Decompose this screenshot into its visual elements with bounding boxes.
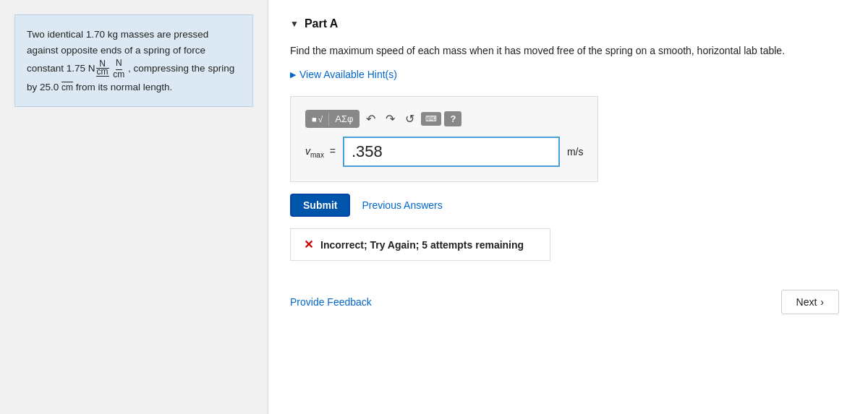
refresh-button[interactable]: ↺ [401, 111, 418, 127]
undo-button[interactable]: ↶ [362, 111, 379, 127]
redo-button[interactable]: ↷ [382, 111, 399, 127]
sigma-button[interactable]: ΑΣφ [332, 112, 356, 126]
answer-input[interactable]: .358 [343, 137, 560, 167]
part-header: ▼ Part A [290, 17, 839, 30]
unit-label: m/s [567, 146, 584, 158]
help-icon: ? [450, 113, 456, 124]
unit-cm: cm [61, 82, 73, 92]
submit-button[interactable]: Submit [290, 194, 350, 217]
next-label: Next [796, 296, 817, 308]
toolbar-divider [328, 113, 329, 126]
next-chevron-icon: › [820, 296, 824, 308]
max-subscript: max [310, 150, 324, 158]
submit-row: Submit Previous Answers [290, 194, 839, 217]
formula-button[interactable]: ■ √ [309, 113, 326, 126]
previous-answers-link[interactable]: Previous Answers [362, 199, 442, 211]
part-title: Part A [305, 17, 339, 30]
refresh-icon: ↺ [405, 113, 414, 125]
redo-icon: ↷ [386, 113, 395, 125]
feedback-link[interactable]: Provide Feedback [290, 296, 372, 308]
incorrect-message: Incorrect; Try Again; 5 attempts remaini… [320, 239, 524, 251]
input-row: vmax = .358 m/s [305, 137, 583, 167]
undo-icon: ↶ [366, 113, 375, 125]
equals-sign: = [327, 145, 336, 157]
next-button[interactable]: Next › [781, 290, 839, 314]
sqrt-icon: √ [318, 114, 323, 124]
toolbar-group: ■ √ ΑΣφ [305, 110, 359, 128]
prev-answers-label: Previous Answers [362, 199, 442, 211]
problem-text: Two identical 1.70 kg masses are pressed… [27, 29, 234, 92]
answer-container: ■ √ ΑΣφ ↶ ↷ ↺ ⌨ [290, 96, 598, 182]
feedback-label: Provide Feedback [290, 296, 372, 308]
collapse-arrow-icon[interactable]: ▼ [290, 19, 299, 29]
x-icon: ✕ [304, 238, 313, 251]
submit-label: Submit [303, 199, 337, 211]
n-per-cm: Ncm [113, 58, 124, 79]
incorrect-box: ✕ Incorrect; Try Again; 5 attempts remai… [290, 228, 550, 261]
problem-box: Two identical 1.70 kg masses are pressed… [14, 14, 253, 107]
sigma-label: ΑΣφ [335, 113, 353, 124]
sidebar: Two identical 1.70 kg masses are pressed… [0, 0, 268, 414]
v-symbol: v [305, 145, 310, 157]
hint-link-label: View Available Hint(s) [299, 69, 397, 80]
keyboard-icon: ⌨ [425, 114, 437, 123]
main-content: ▼ Part A Find the maximum speed of each … [268, 0, 868, 414]
keyboard-button[interactable]: ⌨ [421, 112, 441, 126]
question-text: Find the maximum speed of each mass when… [290, 43, 839, 59]
toolbar: ■ √ ΑΣφ ↶ ↷ ↺ ⌨ [305, 110, 583, 128]
hint-arrow-icon: ▶ [290, 70, 296, 79]
footer-row: Provide Feedback Next › [290, 283, 839, 314]
hint-link[interactable]: ▶ View Available Hint(s) [290, 69, 839, 80]
formula-icon: ■ [312, 115, 317, 124]
help-button[interactable]: ? [444, 111, 461, 126]
input-label: vmax = [305, 145, 336, 159]
unit-fraction: NNcm [88, 63, 110, 74]
